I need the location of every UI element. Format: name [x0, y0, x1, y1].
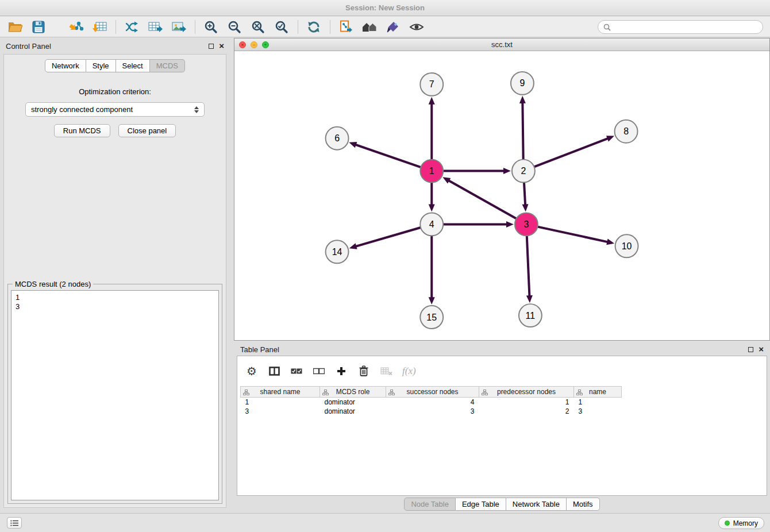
zoom-fit-button[interactable]	[249, 18, 267, 36]
cell-predecessor-nodes[interactable]: 2	[479, 407, 574, 416]
plus-icon	[336, 366, 346, 376]
function-builder-button-disabled[interactable]: f(x)	[402, 365, 416, 377]
network-view-window: × − + scc.txt 7968124314101511	[234, 38, 770, 341]
close-panel-icon[interactable]: ×	[219, 43, 224, 49]
zoom-in-button[interactable]	[202, 18, 220, 36]
cell-successor-nodes[interactable]: 3	[386, 407, 479, 416]
column-header-mcds-role[interactable]: MCDS role	[320, 387, 386, 398]
refresh-view-button[interactable]	[305, 18, 323, 36]
column-header-successor-nodes[interactable]: successor nodes	[386, 387, 479, 398]
toolbar-separator	[116, 20, 116, 34]
float-table-panel-icon[interactable]	[748, 347, 753, 352]
window-title: Session: New Session	[345, 3, 425, 12]
tab-network-table[interactable]: Network Table	[506, 498, 567, 511]
close-table-panel-icon[interactable]: ×	[759, 346, 764, 353]
table-row[interactable]: 3 dominator 3 2 3	[241, 407, 622, 416]
graph-node-label-10: 10	[622, 241, 632, 251]
graph-node-label-6: 6	[334, 133, 340, 143]
style-brush-button[interactable]	[384, 18, 402, 36]
tab-node-table[interactable]: Node Table	[404, 498, 456, 511]
network-overview-button[interactable]	[360, 18, 379, 36]
deselect-all-rows-button[interactable]	[313, 368, 325, 375]
eye-icon	[409, 21, 424, 33]
delete-table-button-disabled[interactable]	[380, 367, 392, 376]
cell-successor-nodes[interactable]: 4	[386, 398, 479, 407]
cell-name[interactable]: 1	[574, 398, 622, 407]
export-table-button[interactable]	[146, 18, 164, 36]
optimization-criterion-label: Optimization criterion:	[4, 87, 226, 96]
search-icon	[603, 24, 611, 31]
tab-network[interactable]: Network	[45, 59, 86, 72]
graph-edge-2-8[interactable]	[534, 138, 609, 167]
node-table: shared name MCDS role succ	[240, 386, 622, 416]
graph-edge-1-6[interactable]	[355, 144, 421, 167]
memory-status-icon	[725, 521, 730, 526]
graph-edge-arrowhead	[429, 97, 435, 105]
column-header-predecessor-nodes[interactable]: predecessor nodes	[479, 387, 574, 398]
column-header-shared-name[interactable]: shared name	[241, 387, 320, 398]
task-history-button[interactable]	[7, 517, 22, 529]
graph-edge-arrowhead	[606, 239, 614, 245]
table-header-row: shared name MCDS role succ	[241, 387, 622, 398]
open-session-button[interactable]	[6, 18, 24, 36]
toolbar-search-field[interactable]	[598, 20, 763, 34]
zoom-in-icon	[204, 20, 218, 34]
tab-select[interactable]: Select	[116, 59, 150, 72]
graph-edge-2-3[interactable]	[524, 183, 525, 206]
table-row[interactable]: 1 dominator 4 1 1	[241, 398, 622, 407]
cell-mcds-role[interactable]: dominator	[320, 398, 386, 407]
delete-column-button[interactable]	[357, 365, 370, 377]
result-line: 1	[16, 293, 214, 302]
tab-style[interactable]: Style	[86, 59, 116, 72]
network-graph[interactable]: 7968124314101511	[234, 52, 769, 340]
cell-name[interactable]: 3	[574, 407, 622, 416]
table-panel-header: Table Panel ×	[234, 343, 770, 356]
table-settings-button[interactable]: ⚙	[245, 365, 258, 377]
column-header-name[interactable]: name	[574, 387, 622, 398]
zoom-out-button[interactable]	[225, 18, 244, 36]
open-folder-icon	[7, 21, 22, 33]
new-network-button[interactable]	[122, 18, 141, 36]
import-table-button[interactable]	[90, 18, 109, 36]
cell-shared-name[interactable]: 3	[241, 407, 320, 416]
export-image-button[interactable]	[170, 18, 188, 36]
save-session-button[interactable]	[29, 18, 48, 36]
cell-mcds-role[interactable]: dominator	[320, 407, 386, 416]
criterion-dropdown[interactable]: strongly connected component	[25, 102, 205, 117]
apply-style-button[interactable]	[337, 18, 355, 36]
criterion-dropdown-value: strongly connected component	[31, 105, 133, 114]
graph-edge-arrowhead	[349, 142, 357, 148]
graph-edge-3-1[interactable]	[448, 180, 517, 219]
run-mcds-button[interactable]: Run MCDS	[54, 124, 110, 137]
zoom-selected-button[interactable]	[272, 18, 291, 36]
search-input[interactable]	[614, 23, 757, 32]
control-panel-body: Network Style Select MCDS Optimization c…	[3, 54, 226, 508]
tab-edge-table[interactable]: Edge Table	[456, 498, 506, 511]
save-floppy-icon	[32, 21, 45, 33]
select-all-icon	[291, 368, 302, 375]
graph-edge-2-9[interactable]	[522, 102, 523, 160]
float-panel-icon[interactable]	[209, 44, 214, 49]
zoom-window-icon[interactable]: +	[262, 41, 269, 48]
add-column-button[interactable]	[335, 366, 348, 376]
minimize-window-icon[interactable]: −	[251, 41, 257, 48]
graph-edge-3-10[interactable]	[537, 227, 608, 242]
graph-edge-4-14[interactable]	[355, 228, 421, 246]
zoom-out-icon	[228, 20, 241, 34]
cell-shared-name[interactable]: 1	[241, 398, 320, 407]
close-panel-button[interactable]: Close panel	[118, 124, 176, 137]
graph-edge-arrowhead	[522, 204, 529, 211]
close-window-icon[interactable]: ×	[239, 41, 246, 48]
show-columns-button[interactable]	[268, 367, 280, 376]
show-graphics-button[interactable]	[407, 18, 426, 36]
graph-edge-3-11[interactable]	[527, 236, 530, 296]
mcds-result-list[interactable]: 1 3	[11, 290, 219, 500]
window-titlebar: Session: New Session	[0, 0, 770, 16]
select-all-rows-button[interactable]	[290, 368, 303, 375]
cell-predecessor-nodes[interactable]: 1	[479, 398, 574, 407]
import-network-button[interactable]	[67, 18, 85, 36]
memory-button[interactable]: Memory	[718, 517, 764, 529]
network-canvas[interactable]: 7968124314101511	[234, 52, 769, 340]
tab-motifs[interactable]: Motifs	[567, 498, 600, 511]
tab-mcds[interactable]: MCDS	[150, 59, 185, 72]
